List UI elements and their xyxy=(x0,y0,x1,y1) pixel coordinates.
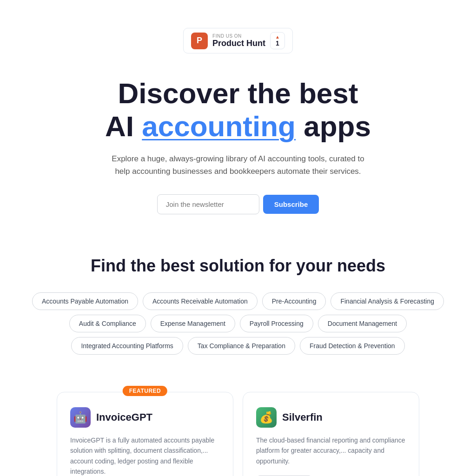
tag-pill[interactable]: Tax Compliance & Preparation xyxy=(188,337,295,355)
ph-name-label: Product Hunt xyxy=(212,39,265,48)
card-description: InvoiceGPT is a fully automated accounts… xyxy=(70,435,220,476)
newsletter-form: Subscribe xyxy=(105,194,371,214)
hero-title-ai: AI xyxy=(105,110,142,142)
card-header: 🤖 InvoiceGPT xyxy=(70,407,220,428)
hero-subtitle: Explore a huge, always-growing library o… xyxy=(108,152,368,178)
tag-pill[interactable]: Expense Management xyxy=(151,315,235,332)
ph-find-us-label: FIND US ON xyxy=(212,33,265,39)
solutions-section: Find the best solution for your needs Ac… xyxy=(0,224,476,383)
newsletter-input[interactable] xyxy=(157,194,259,214)
product-hunt-logo: P xyxy=(191,33,208,49)
subscribe-button[interactable]: Subscribe xyxy=(263,195,319,214)
card-title: Silverfin xyxy=(282,411,323,423)
tag-pill[interactable]: Audit & Compliance xyxy=(69,315,146,332)
hero-title-accounting: accounting xyxy=(142,110,296,142)
ph-text-block: FIND US ON Product Hunt xyxy=(212,33,265,48)
tag-pill[interactable]: Financial Analysis & Forecasting xyxy=(331,292,444,310)
tag-pill[interactable]: Accounts Payable Automation xyxy=(32,292,138,310)
solutions-title: Find the best solution for your needs xyxy=(19,256,457,276)
card-description: The cloud-based financial reporting and … xyxy=(256,435,406,466)
tag-pill[interactable]: Integrated Accounting Platforms xyxy=(71,337,183,355)
tags-container: Accounts Payable AutomationAccounts Rece… xyxy=(19,292,457,355)
card-logo: 🤖 xyxy=(70,407,91,428)
ph-vote-count: 1 xyxy=(276,40,279,47)
card-header: 💰 Silverfin xyxy=(256,407,406,428)
product-hunt-badge[interactable]: P FIND US ON Product Hunt ▲ 1 xyxy=(183,28,293,53)
product-card: Featured 🤖 InvoiceGPT InvoiceGPT is a fu… xyxy=(57,392,233,476)
hero-title-apps: apps xyxy=(296,110,371,142)
cards-section: Featured 🤖 InvoiceGPT InvoiceGPT is a fu… xyxy=(0,383,476,476)
card-title: InvoiceGPT xyxy=(96,411,152,423)
card-logo: 💰 xyxy=(256,407,277,428)
tag-pill[interactable]: Pre-Accounting xyxy=(262,292,326,310)
tag-pill[interactable]: Payroll Processing xyxy=(240,315,313,332)
hero-section: Discover the best AI accounting apps Exp… xyxy=(86,53,390,224)
ph-logo-letter: P xyxy=(197,36,202,46)
hero-title: Discover the best AI accounting apps xyxy=(105,77,371,143)
ph-vote-box[interactable]: ▲ 1 xyxy=(270,32,285,49)
product-card: 💰 Silverfin The cloud-based financial re… xyxy=(243,392,419,476)
hero-title-line1: Discover the best xyxy=(118,77,358,109)
tag-pill[interactable]: Document Management xyxy=(318,315,407,332)
ph-arrow-icon: ▲ xyxy=(275,34,280,40)
tag-pill[interactable]: Accounts Receivable Automation xyxy=(143,292,258,310)
tag-pill[interactable]: Fraud Detection & Prevention xyxy=(300,337,405,355)
featured-badge: Featured xyxy=(123,386,167,396)
